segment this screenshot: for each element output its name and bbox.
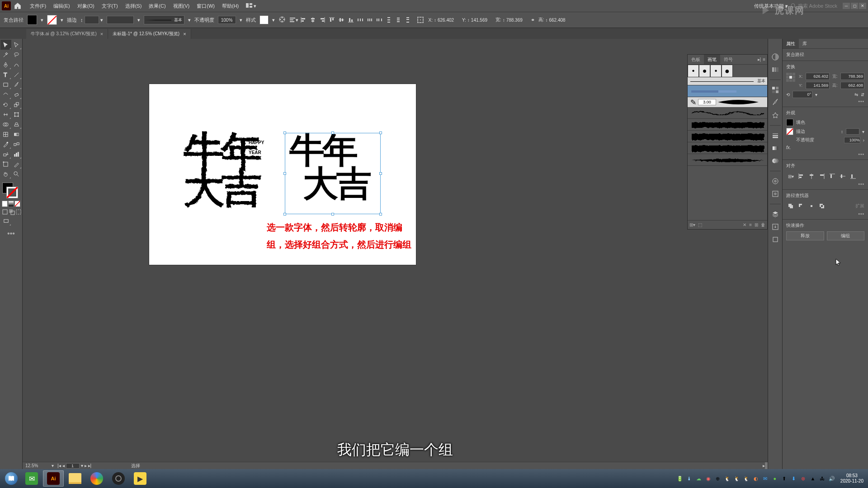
- document-tab[interactable]: 牛字体.ai @ 3.12% (CMYK/预览)×: [26, 29, 108, 39]
- taskbar-browser[interactable]: [86, 470, 107, 487]
- gradient-panel-icon[interactable]: [771, 144, 780, 153]
- selection-bounding-box[interactable]: [285, 133, 381, 214]
- stroke-weight[interactable]: ↕ ▾: [80, 16, 103, 24]
- perspective-tool[interactable]: [11, 119, 22, 129]
- direct-selection-tool[interactable]: [11, 40, 22, 50]
- brush-swatch[interactable]: ●: [699, 65, 710, 77]
- menu-window[interactable]: 窗口(W): [193, 3, 218, 9]
- none-mode-icon[interactable]: [14, 201, 20, 207]
- pen-tool[interactable]: [0, 60, 11, 70]
- canvas[interactable]: 牛年 大吉 HAPPYNIUYEAR 牛年 大吉 选一款字体，然后转轮廓，取消编…: [23, 39, 768, 469]
- dist-v-icon[interactable]: [384, 15, 393, 24]
- tray-icon[interactable]: ☁: [695, 475, 703, 482]
- brush-size-input[interactable]: [698, 99, 716, 105]
- tray-icon[interactable]: 🔋: [676, 475, 684, 482]
- menu-select[interactable]: 选择(S): [122, 3, 146, 9]
- align-left-icon[interactable]: [299, 15, 308, 24]
- h-input[interactable]: [840, 82, 864, 89]
- basic-brush[interactable]: 基本: [688, 77, 767, 85]
- taskbar-app[interactable]: ✉: [21, 470, 42, 487]
- edit-toolbar-icon[interactable]: •••: [0, 230, 22, 238]
- swatches-tab[interactable]: 色板: [688, 55, 704, 64]
- align-top-icon[interactable]: [828, 172, 837, 181]
- stroke-color[interactable]: [786, 128, 793, 135]
- gradient-tool[interactable]: [11, 129, 22, 139]
- pathfinder-minus-icon[interactable]: [797, 202, 806, 211]
- eyedropper-tool[interactable]: [0, 139, 11, 149]
- hscroll-thumb[interactable]: [765, 462, 768, 469]
- dist-h-icon[interactable]: [356, 15, 365, 24]
- graphic-styles-icon[interactable]: [771, 189, 780, 198]
- tray-icon[interactable]: ◉: [705, 475, 712, 482]
- flip-v-icon[interactable]: ⇵: [861, 92, 864, 97]
- brushes-tab[interactable]: 画笔: [704, 55, 720, 64]
- transform-ref-icon[interactable]: [416, 15, 425, 24]
- dist-h3-icon[interactable]: [375, 15, 384, 24]
- align-left-icon[interactable]: [797, 172, 806, 181]
- libraries-icon[interactable]: ⬚: [698, 222, 702, 227]
- remove-stroke-icon[interactable]: ✕: [743, 222, 746, 227]
- zoom-tool[interactable]: [11, 169, 22, 179]
- align-menu-icon[interactable]: ⊞▾: [786, 172, 795, 181]
- align-hcenter-icon[interactable]: [807, 172, 816, 181]
- properties-tab[interactable]: 属性: [783, 39, 799, 48]
- symbol-sprayer-tool[interactable]: [0, 149, 11, 159]
- align-panel-icon[interactable]: ▾: [289, 15, 298, 24]
- workspace-selector[interactable]: 传统基本功能 ▾: [754, 3, 788, 9]
- color-mode-icon[interactable]: [2, 201, 8, 207]
- style-swatch[interactable]: [259, 15, 269, 24]
- swatches-icon[interactable]: [771, 85, 780, 94]
- vstroke-profile[interactable]: [107, 16, 134, 24]
- more-options-icon[interactable]: •••: [786, 211, 864, 216]
- brush-library-icon[interactable]: ⊞▾: [689, 222, 695, 227]
- menu-arrange-icon[interactable]: ▾: [242, 3, 260, 9]
- group-button[interactable]: 编组: [827, 231, 865, 240]
- more-options-icon[interactable]: •••: [786, 182, 864, 187]
- more-options-icon[interactable]: •••: [786, 152, 864, 157]
- fill-stroke-indicator[interactable]: [0, 182, 22, 200]
- magic-wand-tool[interactable]: [0, 50, 11, 60]
- layers-icon[interactable]: [771, 210, 780, 219]
- gradient-mode-icon[interactable]: [8, 201, 14, 207]
- taskbar-obs[interactable]: [108, 470, 129, 487]
- menu-help[interactable]: 帮助(H): [218, 3, 242, 9]
- collapse-icon[interactable]: ▸|: [758, 57, 761, 62]
- opacity-input[interactable]: [844, 137, 860, 143]
- brushes-icon[interactable]: [771, 98, 780, 107]
- draw-normal-icon[interactable]: [2, 209, 8, 215]
- dist-v2-icon[interactable]: [394, 15, 403, 24]
- align-right-icon[interactable]: [817, 172, 826, 181]
- eraser-tool[interactable]: [11, 89, 22, 99]
- curvature-tool[interactable]: [11, 60, 22, 70]
- taskbar-clock[interactable]: 08:532020-11-20: [840, 473, 863, 484]
- artboard-nav[interactable]: |◂◂▾▸▸|: [57, 463, 91, 469]
- tray-volume-icon[interactable]: 🔊: [828, 475, 835, 482]
- draw-behind-icon[interactable]: [9, 209, 15, 215]
- taskbar-player[interactable]: ▶: [130, 470, 151, 487]
- brush-item-selected[interactable]: [688, 85, 767, 97]
- h-value[interactable]: 662.408: [549, 18, 570, 23]
- tray-icon[interactable]: ⊕: [714, 475, 722, 482]
- color-guide-icon[interactable]: [771, 65, 780, 74]
- menu-type[interactable]: 文字(T): [98, 3, 122, 9]
- lasso-tool[interactable]: [11, 50, 22, 60]
- stroke-swatch[interactable]: [47, 15, 57, 25]
- transparency-icon[interactable]: [771, 156, 780, 165]
- line-tool[interactable]: [11, 70, 22, 80]
- libraries-tab[interactable]: 库: [799, 39, 811, 48]
- align-hcenter-icon[interactable]: [308, 15, 317, 24]
- artboards-icon[interactable]: [771, 235, 780, 244]
- shape-builder-tool[interactable]: [0, 119, 11, 129]
- tray-network-icon[interactable]: 🖧: [819, 475, 826, 482]
- shaper-tool[interactable]: [0, 89, 11, 99]
- panel-menu-icon[interactable]: ≡: [763, 57, 765, 62]
- release-button[interactable]: 释放: [786, 231, 824, 240]
- mesh-tool[interactable]: [0, 129, 11, 139]
- tray-icon[interactable]: ⊗: [800, 475, 807, 482]
- type-tool[interactable]: T: [0, 70, 11, 80]
- tray-icon[interactable]: 🐧: [733, 475, 741, 482]
- stroke-weight-input[interactable]: [846, 128, 859, 135]
- tray-icon[interactable]: ●: [771, 475, 778, 482]
- maximize-button[interactable]: ◻: [851, 3, 858, 9]
- brush-definition[interactable]: 基本: [144, 15, 184, 24]
